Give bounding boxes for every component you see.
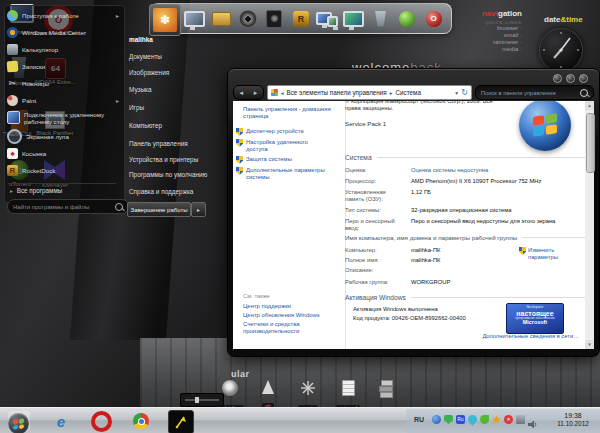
- menu-item-snipping-tool[interactable]: ✂Ножницы: [7, 76, 119, 90]
- vlc-cone-icon: [262, 380, 274, 394]
- menu-item-computer[interactable]: Компьютер: [129, 122, 209, 129]
- breadcrumb-root[interactable]: Все элементы панели управления: [286, 89, 386, 96]
- window-client-area: Панель управления - домашняя страница Ди…: [233, 101, 585, 349]
- opera-taskbar-icon[interactable]: [90, 411, 112, 431]
- sidebar-remote-access-link[interactable]: Настройка удаленного доступа: [246, 139, 326, 153]
- opera-dock-icon[interactable]: O: [423, 8, 445, 30]
- breadcrumb-dropdown-icon[interactable]: ▾: [455, 90, 458, 96]
- computer-value: malihka-ПК: [411, 247, 440, 253]
- vertical-scrollbar[interactable]: ▴ ▾: [585, 101, 594, 349]
- recycle-bin-icon[interactable]: [370, 8, 392, 30]
- remote-desktop-icon: [7, 111, 20, 124]
- submenu-arrow-icon: ▸: [116, 12, 119, 19]
- minimize-button[interactable]: [553, 74, 562, 83]
- menu-item-media-center[interactable]: Windows Media Center: [7, 25, 119, 39]
- sidebar-advanced-settings-link[interactable]: Дополнительные параметры системы: [246, 167, 332, 181]
- breadcrumb-current[interactable]: Система: [396, 89, 421, 96]
- scroll-up-icon[interactable]: ▴: [585, 101, 594, 110]
- kmplayer-dock-icon[interactable]: [396, 8, 418, 30]
- workgroup-value: WORKGROUP: [411, 279, 450, 285]
- sidebar-system-protection-link[interactable]: Защита системы: [246, 156, 340, 163]
- wallpaper-text-fragment: ular: [231, 369, 250, 379]
- starburst-icon: [300, 380, 316, 396]
- taskbar-clock[interactable]: 19:38 11.10.2012: [548, 411, 598, 428]
- windows-logo-icon: [519, 101, 571, 151]
- clock-time: 19:38: [548, 411, 598, 420]
- winrar-books-icon: [379, 380, 393, 398]
- menu-item-help-support[interactable]: Справка и поддержка: [129, 188, 209, 195]
- user-name[interactable]: malihka: [129, 36, 209, 43]
- menu-item-solitaire[interactable]: ♠Косынка: [7, 146, 119, 160]
- menu-item-magnifier[interactable]: Экранная лупа: [7, 129, 119, 143]
- internet-computer-icon[interactable]: [343, 8, 365, 30]
- back-button[interactable]: ◂: [239, 89, 243, 97]
- nav-link-email[interactable]: email ·: [452, 32, 522, 39]
- chrome-taskbar-icon[interactable]: [130, 411, 152, 431]
- close-button[interactable]: [579, 74, 588, 83]
- system-section-header: Система: [345, 154, 585, 161]
- rocketdock-icon[interactable]: R: [290, 8, 312, 30]
- menu-item-control-panel[interactable]: Панель управления: [129, 140, 209, 147]
- performance-tools-link[interactable]: Счетчики и средства производительности: [243, 321, 333, 335]
- menu-item-paint[interactable]: Paint▸: [7, 93, 119, 107]
- genuine-microsoft-badge[interactable]: Выберите настоящее программное обеспечен…: [506, 303, 564, 334]
- change-settings-link[interactable]: Изменить параметры: [528, 247, 583, 261]
- nav-link-browser[interactable]: browser ·: [452, 25, 522, 32]
- scrollbar-thumb[interactable]: [586, 113, 595, 173]
- tray-icon-error[interactable]: ✕: [504, 415, 513, 424]
- user-avatar: ✽: [153, 8, 177, 32]
- all-programs-button[interactable]: ▸Все программы: [10, 187, 62, 194]
- cpu-label: Процессор:: [345, 178, 407, 185]
- sidebar-device-manager-link[interactable]: Диспетчер устройств: [246, 128, 340, 135]
- windows-update-link[interactable]: Центр обновления Windows: [243, 312, 339, 319]
- menu-item-pictures[interactable]: Изображения: [129, 69, 209, 76]
- product-key-text: Код продукта: 00426-OEM-8992662-00400: [353, 315, 466, 321]
- shutdown-flyout-button[interactable]: ▸: [191, 202, 206, 217]
- more-info-link[interactable]: Дополнительные сведения в сети…: [429, 333, 579, 339]
- search-icon: [115, 203, 123, 211]
- media-center-icon: [7, 27, 18, 38]
- tray-icon-volume[interactable]: [528, 415, 537, 424]
- sidebar-home-link[interactable]: Панель управления - домашняя страница: [243, 106, 339, 120]
- pictures-folder-icon[interactable]: [210, 8, 232, 30]
- menu-item-documents[interactable]: Документы: [129, 53, 209, 60]
- rating-value[interactable]: Оценка системы недоступна: [411, 167, 488, 173]
- control-panel-search-input[interactable]: Поиск в панели управления: [475, 85, 594, 100]
- shutdown-button[interactable]: Завершение работы: [127, 202, 191, 217]
- tray-icon-leaf[interactable]: [480, 415, 489, 424]
- menu-separator: [8, 183, 116, 184]
- internet-explorer-icon[interactable]: e: [50, 411, 72, 431]
- menu-item-devices-printers[interactable]: Устройства и принтеры: [129, 156, 209, 163]
- nav-link-media[interactable]: media ·: [452, 46, 522, 53]
- menu-item-rocketdock[interactable]: RRocketDock: [7, 163, 119, 177]
- refresh-icon[interactable]: ↻: [461, 88, 468, 97]
- breadcrumb[interactable]: ◂ Все элементы панели управления ▸ Систе…: [267, 85, 472, 100]
- start-menu-search-input[interactable]: Найти программы и файлы: [7, 199, 129, 214]
- menu-item-getting-started[interactable]: Приступая к работе▸: [7, 8, 119, 22]
- disc-icon[interactable]: [237, 8, 259, 30]
- action-center-link[interactable]: Центр поддержки: [243, 303, 339, 310]
- select-tool-icon[interactable]: [168, 410, 194, 433]
- menu-item-games[interactable]: Игры: [129, 104, 209, 111]
- laptop-icon[interactable]: [184, 8, 206, 30]
- menu-item-remote-desktop[interactable]: Подключение к удаленному рабочему столу: [7, 109, 119, 126]
- slider-knob[interactable]: [195, 397, 199, 403]
- menu-item-music[interactable]: Музыка: [129, 86, 209, 93]
- tray-icon-punto-switcher[interactable]: Ru: [456, 415, 465, 424]
- menu-item-sticky-notes[interactable]: Записки: [7, 59, 119, 73]
- maximize-button[interactable]: [566, 74, 575, 83]
- language-indicator[interactable]: RU: [414, 416, 424, 423]
- tray-icon-display[interactable]: [516, 415, 525, 424]
- forward-button[interactable]: ▸: [254, 89, 258, 97]
- network-icon[interactable]: [316, 8, 338, 30]
- menu-item-calculator[interactable]: Калькулятор: [7, 42, 119, 56]
- speaker-icon[interactable]: [263, 8, 285, 30]
- menu-item-default-programs[interactable]: Программы по умолчанию: [129, 171, 209, 178]
- uac-shield-icon: [236, 156, 243, 164]
- playing-card-icon: ♠: [7, 148, 18, 159]
- user-picture-frame[interactable]: ✽: [149, 4, 181, 36]
- start-button[interactable]: [8, 411, 30, 431]
- scroll-down-icon[interactable]: ▾: [585, 340, 594, 349]
- tray-icon-utorrent[interactable]: [432, 415, 441, 424]
- nav-link-rainmeter[interactable]: rainmeter ·: [452, 39, 522, 46]
